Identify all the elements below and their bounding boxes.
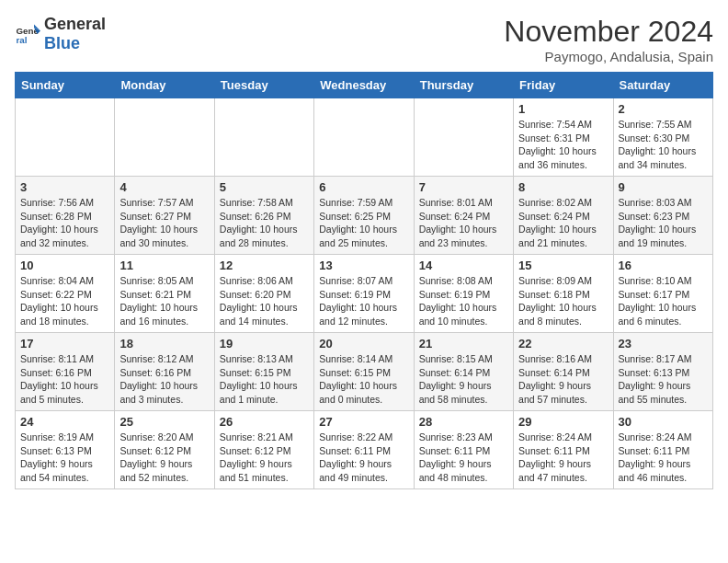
day-number: 24: [20, 415, 109, 429]
table-row: 4Sunrise: 7:57 AM Sunset: 6:27 PM Daylig…: [115, 177, 214, 255]
day-number: 18: [119, 337, 209, 350]
table-row: 1Sunrise: 7:54 AM Sunset: 6:31 PM Daylig…: [514, 98, 613, 177]
table-row: 24Sunrise: 8:19 AM Sunset: 6:13 PM Dayli…: [16, 411, 115, 489]
day-info: Sunrise: 7:59 AM Sunset: 6:25 PM Dayligh…: [319, 196, 408, 250]
day-info: Sunrise: 8:08 AM Sunset: 6:19 PM Dayligh…: [419, 274, 508, 328]
day-info: Sunrise: 8:02 AM Sunset: 6:24 PM Dayligh…: [518, 196, 608, 250]
table-row: [115, 98, 214, 177]
table-row: 25Sunrise: 8:20 AM Sunset: 6:12 PM Dayli…: [115, 411, 214, 489]
header-monday: Monday: [115, 73, 214, 98]
day-info: Sunrise: 8:20 AM Sunset: 6:12 PM Dayligh…: [119, 431, 209, 485]
table-row: 29Sunrise: 8:24 AM Sunset: 6:11 PM Dayli…: [514, 411, 613, 489]
day-info: Sunrise: 7:57 AM Sunset: 6:27 PM Dayligh…: [119, 196, 209, 250]
header-friday: Friday: [514, 73, 613, 98]
table-row: 27Sunrise: 8:22 AM Sunset: 6:11 PM Dayli…: [314, 411, 414, 489]
table-row: 15Sunrise: 8:09 AM Sunset: 6:18 PM Dayli…: [514, 255, 613, 333]
calendar-week-row: 10Sunrise: 8:04 AM Sunset: 6:22 PM Dayli…: [16, 255, 713, 333]
location-subtitle: Paymogo, Andalusia, Spain: [504, 49, 713, 64]
calendar-week-row: 17Sunrise: 8:11 AM Sunset: 6:16 PM Dayli…: [16, 333, 713, 411]
table-row: 6Sunrise: 7:59 AM Sunset: 6:25 PM Daylig…: [314, 177, 414, 255]
day-number: 9: [619, 180, 708, 194]
day-info: Sunrise: 8:06 AM Sunset: 6:20 PM Dayligh…: [220, 274, 309, 328]
table-row: [314, 98, 414, 177]
table-row: 16Sunrise: 8:10 AM Sunset: 6:17 PM Dayli…: [613, 255, 712, 333]
table-row: 8Sunrise: 8:02 AM Sunset: 6:24 PM Daylig…: [514, 177, 613, 255]
svg-text:ral: ral: [16, 35, 27, 45]
weekday-header-row: Sunday Monday Tuesday Wednesday Thursday…: [16, 73, 713, 98]
table-row: 21Sunrise: 8:15 AM Sunset: 6:14 PM Dayli…: [414, 333, 513, 411]
day-number: 8: [518, 180, 608, 194]
header-wednesday: Wednesday: [314, 73, 414, 98]
table-row: 3Sunrise: 7:56 AM Sunset: 6:28 PM Daylig…: [16, 177, 115, 255]
day-info: Sunrise: 8:22 AM Sunset: 6:11 PM Dayligh…: [319, 431, 408, 485]
table-row: 9Sunrise: 8:03 AM Sunset: 6:23 PM Daylig…: [613, 177, 712, 255]
day-number: 12: [220, 259, 309, 272]
day-info: Sunrise: 8:24 AM Sunset: 6:11 PM Dayligh…: [518, 431, 608, 485]
day-info: Sunrise: 8:21 AM Sunset: 6:12 PM Dayligh…: [220, 431, 309, 485]
table-row: 7Sunrise: 8:01 AM Sunset: 6:24 PM Daylig…: [414, 177, 513, 255]
day-number: 4: [119, 180, 209, 194]
table-row: [16, 98, 115, 177]
day-number: 16: [619, 259, 708, 272]
month-title: November 2024: [504, 15, 713, 49]
day-number: 5: [220, 180, 309, 194]
day-info: Sunrise: 8:11 AM Sunset: 6:16 PM Dayligh…: [20, 352, 109, 407]
table-row: 2Sunrise: 7:55 AM Sunset: 6:30 PM Daylig…: [613, 98, 712, 177]
logo: Gene ral General Blue: [15, 15, 106, 53]
day-number: 21: [419, 337, 508, 350]
day-number: 2: [619, 102, 708, 116]
table-row: 19Sunrise: 8:13 AM Sunset: 6:15 PM Dayli…: [214, 333, 313, 411]
day-info: Sunrise: 8:14 AM Sunset: 6:15 PM Dayligh…: [319, 352, 408, 407]
day-info: Sunrise: 8:03 AM Sunset: 6:23 PM Dayligh…: [619, 196, 708, 250]
day-info: Sunrise: 7:55 AM Sunset: 6:30 PM Dayligh…: [619, 118, 708, 172]
day-info: Sunrise: 8:24 AM Sunset: 6:11 PM Dayligh…: [619, 431, 708, 485]
logo-icon: Gene ral: [15, 21, 40, 47]
day-number: 20: [319, 337, 408, 350]
day-info: Sunrise: 7:54 AM Sunset: 6:31 PM Dayligh…: [518, 118, 608, 172]
day-info: Sunrise: 8:09 AM Sunset: 6:18 PM Dayligh…: [518, 274, 608, 328]
day-info: Sunrise: 8:17 AM Sunset: 6:13 PM Dayligh…: [619, 352, 708, 407]
header-saturday: Saturday: [613, 73, 712, 98]
calendar-week-row: 24Sunrise: 8:19 AM Sunset: 6:13 PM Dayli…: [16, 411, 713, 489]
day-number: 22: [518, 337, 608, 350]
header-sunday: Sunday: [16, 73, 115, 98]
day-info: Sunrise: 8:10 AM Sunset: 6:17 PM Dayligh…: [619, 274, 708, 328]
day-number: 7: [419, 180, 508, 194]
day-number: 27: [319, 415, 408, 429]
header: Gene ral General Blue November 2024 Paym…: [15, 15, 713, 64]
header-thursday: Thursday: [414, 73, 513, 98]
title-area: November 2024 Paymogo, Andalusia, Spain: [504, 15, 713, 64]
calendar-week-row: 1Sunrise: 7:54 AM Sunset: 6:31 PM Daylig…: [16, 98, 713, 177]
day-number: 26: [220, 415, 309, 429]
day-info: Sunrise: 8:12 AM Sunset: 6:16 PM Dayligh…: [119, 352, 209, 407]
table-row: 26Sunrise: 8:21 AM Sunset: 6:12 PM Dayli…: [214, 411, 313, 489]
table-row: 12Sunrise: 8:06 AM Sunset: 6:20 PM Dayli…: [214, 255, 313, 333]
day-number: 1: [518, 102, 608, 116]
table-row: 20Sunrise: 8:14 AM Sunset: 6:15 PM Dayli…: [314, 333, 414, 411]
day-info: Sunrise: 8:15 AM Sunset: 6:14 PM Dayligh…: [419, 352, 508, 407]
day-number: 23: [619, 337, 708, 350]
day-number: 6: [319, 180, 408, 194]
day-info: Sunrise: 8:19 AM Sunset: 6:13 PM Dayligh…: [20, 431, 109, 485]
table-row: [414, 98, 513, 177]
day-number: 10: [20, 259, 109, 272]
day-number: 11: [119, 259, 209, 272]
day-number: 19: [220, 337, 309, 350]
day-number: 30: [619, 415, 708, 429]
day-info: Sunrise: 8:07 AM Sunset: 6:19 PM Dayligh…: [319, 274, 408, 328]
day-number: 14: [419, 259, 508, 272]
table-row: [214, 98, 313, 177]
logo-text: General Blue: [44, 15, 106, 53]
table-row: 18Sunrise: 8:12 AM Sunset: 6:16 PM Dayli…: [115, 333, 214, 411]
day-info: Sunrise: 7:56 AM Sunset: 6:28 PM Dayligh…: [20, 196, 109, 250]
table-row: 11Sunrise: 8:05 AM Sunset: 6:21 PM Dayli…: [115, 255, 214, 333]
day-number: 28: [419, 415, 508, 429]
day-info: Sunrise: 8:05 AM Sunset: 6:21 PM Dayligh…: [119, 274, 209, 328]
table-row: 10Sunrise: 8:04 AM Sunset: 6:22 PM Dayli…: [16, 255, 115, 333]
day-info: Sunrise: 7:58 AM Sunset: 6:26 PM Dayligh…: [220, 196, 309, 250]
table-row: 14Sunrise: 8:08 AM Sunset: 6:19 PM Dayli…: [414, 255, 513, 333]
day-number: 13: [319, 259, 408, 272]
table-row: 30Sunrise: 8:24 AM Sunset: 6:11 PM Dayli…: [613, 411, 712, 489]
calendar-week-row: 3Sunrise: 7:56 AM Sunset: 6:28 PM Daylig…: [16, 177, 713, 255]
day-info: Sunrise: 8:01 AM Sunset: 6:24 PM Dayligh…: [419, 196, 508, 250]
